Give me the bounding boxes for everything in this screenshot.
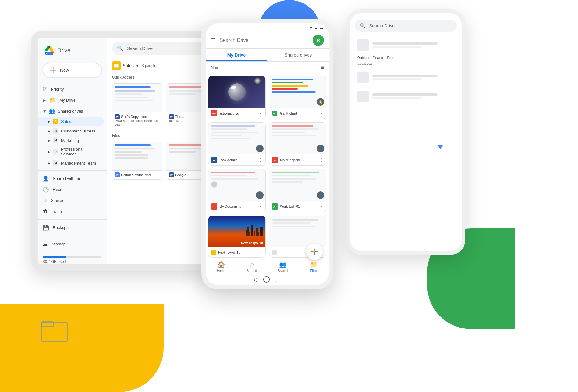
sidebar-item-storage[interactable]: ☁ Storage <box>38 238 104 249</box>
phone-fab[interactable] <box>306 244 323 260</box>
starred-label: Starred <box>51 198 64 203</box>
sidebar-item-customer-success[interactable]: ▶ C Customer Success <box>38 126 104 136</box>
phone-files-grid: IMG astronaut.jpg ⋮ <box>208 76 326 258</box>
phone-file-card-gantt[interactable]: ⭐ + Gantt chart ⋮ <box>269 76 326 119</box>
svg-text:+: + <box>273 112 275 115</box>
breadcrumb-people-count: 3 people <box>142 64 156 68</box>
mydoc-thumb: 👤 <box>208 169 265 201</box>
storage-section: 30.7 GB used <box>38 252 107 264</box>
starred-icon: ☆ <box>43 198 47 204</box>
shared-nav-label: Shared <box>278 269 288 272</box>
user-avatar[interactable]: R <box>313 35 324 46</box>
sidebar-item-recent[interactable]: 🕐 Recent <box>38 184 104 195</box>
bottom-nav-files[interactable]: 📁 Files <box>298 261 329 272</box>
empty-thumb <box>269 216 326 247</box>
file-card-0[interactable]: D Editable offline docu... <box>112 142 162 180</box>
new-button-label: New <box>60 68 69 73</box>
recents-button[interactable] <box>276 277 281 282</box>
bottom-nav-starred[interactable]: ☆ Starred <box>236 261 267 272</box>
phone-file-card-mydoc[interactable]: 👤 P My Document ⋮ <box>208 169 266 212</box>
phone-file-card-worklist[interactable]: 👤 X Work List_01 ⋮ <box>269 169 326 212</box>
quick-card-0-meta: Priya Sharma edited in the past year <box>115 119 159 126</box>
shared-with-me-label: Shared with me <box>53 176 81 181</box>
phone-file-card-astronaut[interactable]: IMG astronaut.jpg ⋮ <box>208 76 266 119</box>
major-type-icon: PDF <box>272 157 278 163</box>
sidebar-item-marketing[interactable]: ▶ M Marketing <box>38 136 104 145</box>
laptop-search-icon: 🔍 <box>117 45 123 51</box>
phone-file-card-tokyo[interactable]: Next Tokyo '18 Next Tokyo '18 <box>208 216 266 258</box>
bottom-nav-shared[interactable]: 👥 Shared <box>267 261 298 272</box>
mkt-expand-icon: ▶ <box>48 139 50 142</box>
phone-search-input[interactable] <box>220 37 309 43</box>
quick-card-0-type-icon: W <box>115 114 120 119</box>
my-drive-label: My Drive <box>59 98 75 103</box>
major-file-info: PDF Major opportu... ⋮ <box>269 154 326 165</box>
phone-file-card-major[interactable]: 👤 PDF Major opportu... ⋮ <box>269 122 326 166</box>
shared-drives-toggle[interactable]: ▼ 👥 Shared drives <box>38 106 107 117</box>
bg-search-text: Search Drive <box>369 23 395 28</box>
phone-home-indicator: ◁ <box>206 274 329 285</box>
sidebar-item-professional-services[interactable]: ▶ P Professional Services <box>38 145 104 158</box>
tab-shared-drives[interactable]: Shared drives <box>267 49 329 61</box>
major-more-icon[interactable]: ⋮ <box>319 157 324 162</box>
sidebar-item-sales[interactable]: ▶ S Sales <box>38 117 104 126</box>
storage-bar-fill <box>43 256 66 258</box>
worklist-file-info: X Work List_01 ⋮ <box>269 201 326 212</box>
list-view-icon[interactable]: ≡ <box>320 64 324 71</box>
home-button[interactable] <box>263 276 270 283</box>
hamburger-icon[interactable]: ☰ <box>211 37 216 44</box>
empty-type-icon <box>272 250 277 255</box>
new-button[interactable]: New <box>43 63 102 77</box>
sales-expand-icon: ▶ <box>48 120 50 123</box>
recent-label: Recent <box>53 187 66 192</box>
signal-icon: ▼ <box>309 26 313 30</box>
bg-phone-search: 🔍 Search Drive <box>355 20 457 32</box>
sort-direction-icon: ↑ <box>223 65 225 70</box>
major-thumb: 👤 <box>269 123 326 154</box>
sidebar-item-trash[interactable]: 🗑 Trash <box>38 206 104 217</box>
gantt-type-icon: + <box>272 110 278 116</box>
sales-folder-icon: S <box>53 119 58 124</box>
sidebar-item-starred[interactable]: ☆ Starred <box>38 195 104 206</box>
sidebar-item-my-drive[interactable]: ▶ 📁 My Drive <box>38 95 104 106</box>
worklist-type-icon: X <box>272 203 278 210</box>
breadcrumb-folder[interactable]: Sales ▼ <box>112 61 139 70</box>
worklist-file-name: Work List_01 <box>280 204 317 208</box>
phone-search-bar[interactable]: ☰ R <box>206 32 329 49</box>
gantt-more-icon[interactable]: ⋮ <box>319 111 324 116</box>
back-button[interactable]: ◁ <box>253 277 257 283</box>
task-more-icon[interactable]: ⋮ <box>258 157 263 162</box>
quick-card-0[interactable]: W Sue's Copy.docx Priya Sharma edited in… <box>112 83 162 128</box>
svg-text:PDF: PDF <box>273 159 277 161</box>
cursor-deco <box>438 145 443 149</box>
mydoc-more-icon[interactable]: ⋮ <box>258 204 263 209</box>
quick-card-1-name: The... <box>175 115 184 119</box>
avatar-initial: R <box>317 38 320 43</box>
recent-icon: 🕐 <box>43 187 49 193</box>
priority-label: Priority <box>51 87 64 92</box>
shared-drives-expand-icon: ▼ <box>43 109 47 114</box>
sidebar-item-priority[interactable]: ☑ Priority <box>38 84 104 95</box>
sort-label[interactable]: Name ↑ <box>211 65 225 70</box>
worklist-more-icon[interactable]: ⋮ <box>319 204 324 209</box>
tab-my-drive[interactable]: My Drive <box>206 49 267 61</box>
phone-background: 🔍 Search Drive Outdoors Financial Fore..… <box>346 9 465 255</box>
drive-logo-area: Drive <box>38 43 107 60</box>
major-file-name: Major opportu... <box>280 158 317 162</box>
mydoc-file-info: P My Document ⋮ <box>208 201 265 212</box>
mkt-folder-icon: M <box>53 137 58 143</box>
phone-file-card-task[interactable]: 👤 W Task details ⋮ <box>208 122 266 166</box>
quick-card-0-name: Sue's Copy.docx <box>121 115 147 119</box>
bottom-nav-home[interactable]: 🏠 Home <box>206 261 236 272</box>
sidebar-item-management-team[interactable]: ▶ M Management Team <box>38 158 104 168</box>
sidebar-item-shared-with-me[interactable]: 👤 Shared with me <box>38 173 104 184</box>
sidebar-item-backups[interactable]: 💾 Backups <box>38 222 104 233</box>
mydoc-type-icon: P <box>211 203 217 210</box>
sort-label-text: Name <box>211 65 222 70</box>
ps-folder-icon: P <box>53 149 58 154</box>
svg-text:P: P <box>213 205 214 208</box>
cs-folder-icon: C <box>53 128 58 134</box>
backups-label: Backups <box>53 225 69 230</box>
astronaut-more-icon[interactable]: ⋮ <box>258 111 263 116</box>
gantt-star-badge: ⭐ <box>317 98 324 106</box>
